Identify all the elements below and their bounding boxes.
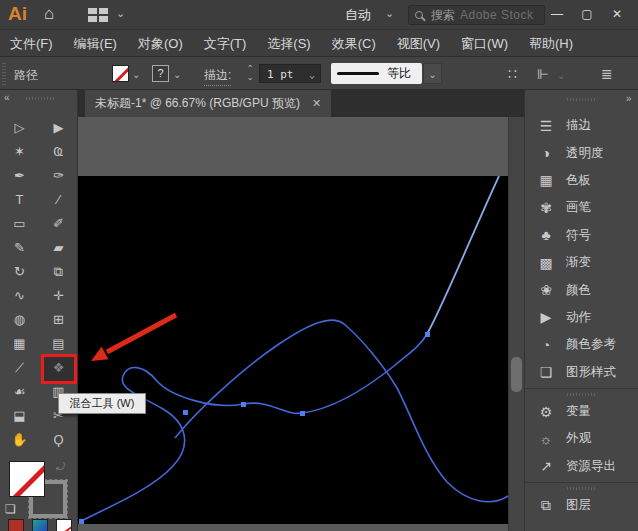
stroke-chevron-icon[interactable]: ⌄ [173, 69, 181, 80]
none-mode-swatch[interactable] [56, 519, 72, 531]
pencil-tool[interactable]: ✎ [0, 236, 39, 260]
curvature-tool[interactable]: ✑ [39, 164, 78, 188]
symbol-sprayer-tool[interactable]: ☙ [0, 380, 39, 404]
direct-selection-tool[interactable]: ▶ [39, 116, 78, 140]
collapse-tools-icon[interactable]: « [4, 92, 10, 103]
mesh-tool[interactable]: ▦ [0, 332, 39, 356]
paintbrush-tool[interactable]: ✐ [39, 212, 78, 236]
menu-file[interactable]: 文件(F) [10, 35, 53, 53]
gradient-tool[interactable]: ▤ [39, 332, 78, 356]
perspective-grid-tool[interactable]: ⊞ [39, 308, 78, 332]
stepper-down-icon[interactable]: ⌄ [245, 73, 255, 82]
home-icon[interactable]: ⌂ [44, 4, 54, 24]
eyedropper-tool[interactable]: ⟋ [0, 356, 39, 380]
free-transform-tool[interactable]: ✛ [39, 284, 78, 308]
stroke-weight-label[interactable]: 描边: [204, 67, 231, 86]
gradient-mode-swatch[interactable] [32, 519, 48, 531]
panel-asset-export[interactable]: ↗资源导出 [525, 453, 638, 480]
panel-brushes[interactable]: ✾画笔 [525, 194, 638, 221]
menu-type[interactable]: 文字(T) [204, 35, 247, 53]
scale-tool[interactable]: ⧉ [39, 260, 78, 284]
pen-tool[interactable]: ✒ [0, 164, 39, 188]
panel-swatches[interactable]: ▦色板 [525, 167, 638, 194]
panel-stroke[interactable]: ☰描边 [525, 112, 638, 139]
panel-menu-icon[interactable]: ≣ [601, 66, 613, 82]
stroke-weight-stepper[interactable]: ⌃ ⌄ [245, 64, 255, 84]
rectangle-tool[interactable]: ▭ [0, 212, 39, 236]
blend-tool-tooltip: 混合工具 (W) [58, 393, 146, 414]
panel-symbols[interactable]: ♣符号 [525, 222, 638, 249]
panel-color-guide[interactable]: ◔颜色参考 [525, 331, 638, 358]
workspace-chevron-icon[interactable]: ⌄ [116, 7, 125, 20]
menu-select[interactable]: 选择(S) [267, 35, 310, 53]
anchor-point[interactable] [183, 410, 188, 415]
align-options-icon[interactable]: ∷ [508, 66, 517, 82]
expand-panels-icon[interactable]: « [626, 93, 632, 104]
anchor-point[interactable] [241, 402, 246, 407]
eraser-tool[interactable]: ▰ [39, 236, 78, 260]
panel-grip[interactable] [2, 63, 6, 85]
stroke-weight-chevron-icon[interactable]: ⌄ [309, 69, 315, 80]
shaper-tool[interactable]: ◍ [0, 308, 39, 332]
stroke-profile-chevron[interactable]: ⌄ [423, 63, 442, 84]
anchor-point[interactable] [300, 411, 305, 416]
blend-hump-path[interactable] [175, 320, 508, 502]
close-button[interactable]: ✕ [606, 5, 628, 23]
line-segment-tool[interactable]: ∕ [39, 188, 78, 212]
search-input[interactable]: 搜索 Adobe Stock [408, 5, 545, 25]
stepper-up-icon[interactable]: ⌃ [245, 64, 255, 73]
default-swatches-icon[interactable]: ❏ [5, 502, 16, 516]
panel-actions[interactable]: ▶动作 [525, 304, 638, 331]
panel-variables[interactable]: ⚙变量 [525, 398, 638, 425]
fill-color-swatch[interactable] [112, 65, 129, 82]
tab-close-icon[interactable]: ✕ [312, 97, 321, 110]
panel-color[interactable]: ❀颜色 [525, 276, 638, 303]
anchor-point[interactable] [425, 332, 430, 337]
panel-layers[interactable]: ⧉图层 [525, 492, 638, 519]
zoom-tool[interactable]: Ϙ [39, 428, 78, 452]
fill-stroke-controls: ⤾ ❏ [0, 456, 78, 531]
stroke-color-swatch[interactable]: ? [152, 65, 169, 82]
panel-gradient[interactable]: ▩渐变 [525, 249, 638, 276]
minimize-button[interactable]: — [546, 5, 568, 23]
rotate-tool[interactable]: ↻ [0, 260, 39, 284]
stroke-profile-dropdown[interactable]: 等比 [331, 63, 422, 84]
maximize-button[interactable]: ▢ [576, 5, 598, 23]
tools-panel-grip[interactable] [26, 97, 54, 100]
vertical-scrollbar[interactable] [508, 117, 524, 531]
brushes-panel-icon: ✾ [537, 200, 555, 216]
menu-view[interactable]: 视图(V) [397, 35, 440, 53]
menu-help[interactable]: 帮助(H) [529, 35, 573, 53]
swap-fill-stroke-icon[interactable]: ⤾ [56, 460, 65, 473]
panel-dock-grip[interactable] [567, 98, 595, 101]
workspace-switcher-icon[interactable] [88, 8, 110, 22]
document-tab[interactable]: 未标题-1* @ 66.67% (RGB/GPU 预览) ✕ [85, 90, 331, 117]
menu-object[interactable]: 对象(O) [138, 35, 183, 53]
type-tool[interactable]: T [0, 188, 39, 212]
menu-edit[interactable]: 编辑(E) [74, 35, 117, 53]
artboard-tool[interactable]: ⬓ [0, 404, 39, 428]
menu-effect[interactable]: 效果(C) [332, 35, 376, 53]
fill-proxy-none[interactable] [9, 461, 45, 497]
artboard[interactable] [78, 176, 508, 524]
magic-wand-tool[interactable]: ✶ [0, 140, 39, 164]
auto-chevron-icon[interactable]: ⌄ [385, 7, 394, 20]
auto-dropdown[interactable]: 自动 [345, 6, 371, 24]
snap-chevron-icon[interactable]: ⌄ [557, 70, 565, 81]
stroke-weight-input[interactable]: 1 pt ⌄ [259, 64, 321, 83]
selection-tool[interactable]: ▷ [0, 116, 39, 140]
lasso-tool[interactable]: Ҩ [39, 140, 78, 164]
scrollbar-thumb[interactable] [511, 357, 522, 392]
panel-transparency[interactable]: ◑透明度 [525, 139, 638, 166]
hand-tool[interactable]: ✋ [0, 428, 39, 452]
fill-chevron-icon[interactable]: ⌄ [132, 69, 140, 80]
top-right-curve[interactable] [427, 176, 499, 334]
illustrator-logo: Ai [8, 3, 27, 25]
color-mode-swatch[interactable] [8, 519, 24, 531]
panel-label: 图层 [566, 497, 591, 514]
width-tool[interactable]: ∿ [0, 284, 39, 308]
menu-window[interactable]: 窗口(W) [461, 35, 508, 53]
panel-graphic-styles[interactable]: ❏图形样式 [525, 359, 638, 386]
snap-options-icon[interactable]: ⊩ [537, 66, 549, 82]
panel-appearance[interactable]: ☼外观 [525, 425, 638, 452]
